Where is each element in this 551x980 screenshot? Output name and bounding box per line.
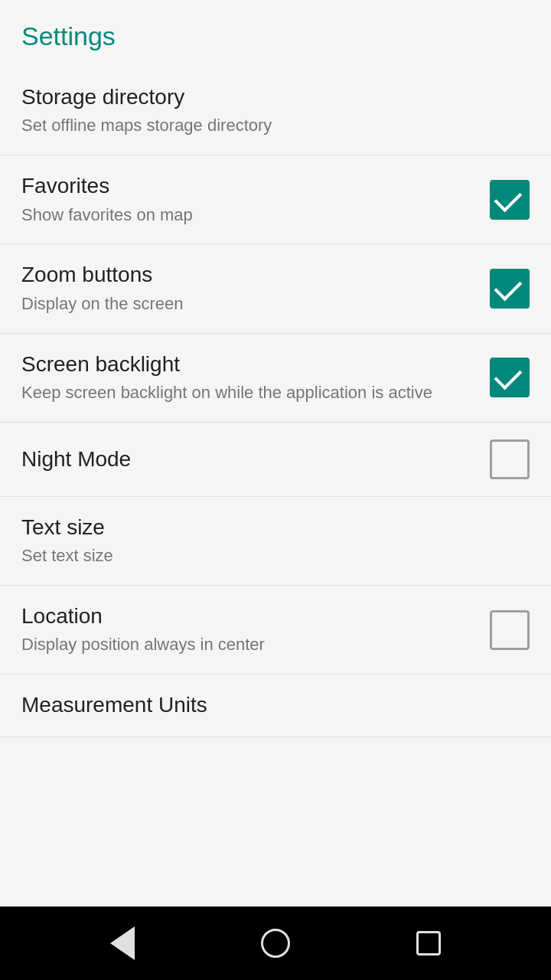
setting-item-favorites[interactable]: FavoritesShow favorites on map: [0, 155, 551, 244]
checkbox-zoom-buttons[interactable]: [490, 269, 530, 309]
checkbox-screen-backlight[interactable]: [490, 358, 530, 397]
setting-item-measurement-units[interactable]: Measurement Units: [0, 675, 551, 737]
setting-title-zoom-buttons: Zoom buttons: [21, 261, 474, 289]
setting-title-measurement-units: Measurement Units: [21, 691, 514, 719]
setting-subtitle-favorites: Show favorites on map: [21, 204, 474, 227]
setting-subtitle-location: Display position always in center: [21, 633, 474, 657]
setting-title-text-size: Text size: [21, 514, 514, 541]
setting-item-text-size[interactable]: Text sizeSet text size: [0, 497, 551, 586]
setting-text-text-size: Text sizeSet text size: [21, 514, 530, 568]
setting-title-favorites: Favorites: [21, 172, 474, 200]
setting-text-storage-directory: Storage directorySet offline maps storag…: [21, 83, 530, 138]
home-icon: [261, 929, 290, 958]
setting-text-location: LocationDisplay position always in cente…: [21, 603, 490, 657]
navigation-bar: [0, 906, 551, 980]
setting-item-screen-backlight[interactable]: Screen backlightKeep screen backlight on…: [0, 334, 551, 423]
recent-button[interactable]: [410, 925, 447, 962]
setting-item-storage-directory[interactable]: Storage directorySet offline maps storag…: [0, 67, 551, 155]
setting-text-measurement-units: Measurement Units: [21, 691, 530, 719]
setting-title-location: Location: [21, 603, 474, 630]
setting-subtitle-text-size: Set text size: [21, 544, 514, 568]
setting-text-screen-backlight: Screen backlightKeep screen backlight on…: [21, 351, 490, 405]
settings-list: Storage directorySet offline maps storag…: [0, 67, 551, 906]
recent-icon: [416, 931, 441, 956]
setting-subtitle-screen-backlight: Keep screen backlight on while the appli…: [21, 381, 474, 405]
setting-title-storage-directory: Storage directory: [21, 83, 514, 111]
setting-item-zoom-buttons[interactable]: Zoom buttonsDisplay on the screen: [0, 244, 551, 333]
back-icon: [110, 926, 135, 960]
setting-subtitle-storage-directory: Set offline maps storage directory: [21, 114, 514, 138]
setting-subtitle-zoom-buttons: Display on the screen: [21, 292, 474, 316]
checkbox-location[interactable]: [490, 610, 530, 650]
back-button[interactable]: [104, 925, 141, 962]
setting-item-night-mode[interactable]: Night Mode: [0, 423, 551, 497]
home-button[interactable]: [257, 925, 294, 962]
setting-text-night-mode: Night Mode: [21, 446, 490, 473]
setting-text-zoom-buttons: Zoom buttonsDisplay on the screen: [21, 261, 490, 315]
checkbox-night-mode[interactable]: [490, 439, 530, 479]
page-title: Settings: [0, 0, 551, 67]
setting-title-night-mode: Night Mode: [21, 446, 474, 473]
setting-text-favorites: FavoritesShow favorites on map: [21, 172, 490, 227]
setting-title-screen-backlight: Screen backlight: [21, 351, 474, 378]
setting-item-location[interactable]: LocationDisplay position always in cente…: [0, 586, 551, 675]
checkbox-favorites[interactable]: [490, 180, 530, 220]
